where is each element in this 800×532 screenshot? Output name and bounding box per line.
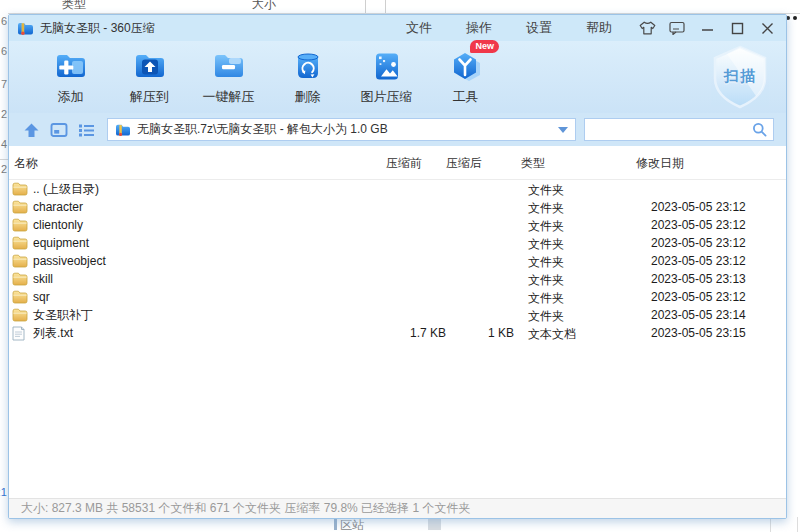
table-row[interactable]: sqr 文件夹 2023-05-05 23:12 bbox=[9, 288, 786, 306]
minimize-button[interactable] bbox=[698, 20, 716, 36]
table-row[interactable]: .. (上级目录) 文件夹 bbox=[9, 180, 786, 198]
modified-date: 2023-05-05 23:15 bbox=[651, 326, 746, 340]
archive-icon bbox=[115, 123, 131, 137]
close-button[interactable] bbox=[758, 20, 776, 36]
modified-date: 2023-05-05 23:12 bbox=[651, 218, 746, 232]
file-type: 文本文档 bbox=[528, 326, 576, 343]
file-name: equipment bbox=[33, 236, 89, 250]
title-bar[interactable]: 无脑女圣职 - 360压缩 文件 操作 设置 帮助 bbox=[9, 15, 786, 41]
background-number: 2 bbox=[1, 108, 7, 120]
360zip-window: 无脑女圣职 - 360压缩 文件 操作 设置 帮助 bbox=[8, 14, 787, 519]
text-file-icon bbox=[12, 326, 28, 340]
window-title: 无脑女圣职 - 360压缩 bbox=[40, 20, 155, 37]
feedback-icon[interactable] bbox=[668, 20, 686, 36]
menu-operation[interactable]: 操作 bbox=[466, 19, 492, 37]
file-name: skill bbox=[33, 272, 53, 286]
file-name: passiveobject bbox=[33, 254, 106, 268]
file-type: 文件夹 bbox=[528, 200, 564, 217]
size-before: 1.7 KB bbox=[366, 326, 446, 340]
background-divider bbox=[365, 0, 366, 13]
image-compress-label: 图片压缩 bbox=[361, 88, 413, 106]
menu-settings[interactable]: 设置 bbox=[526, 19, 552, 37]
background-window-left-strip: 6 6 7 2 4 2 :1 bbox=[0, 13, 8, 497]
file-type: 文件夹 bbox=[528, 182, 564, 199]
search-box bbox=[584, 118, 774, 141]
table-row[interactable]: clientonly 文件夹 2023-05-05 23:12 bbox=[9, 216, 786, 234]
file-type: 文件夹 bbox=[528, 290, 564, 307]
list-header: 名称 压缩前 压缩后 类型 修改日期 bbox=[9, 146, 786, 180]
background-divider bbox=[797, 517, 798, 532]
extract-to-icon bbox=[133, 51, 167, 81]
address-dropdown-icon[interactable] bbox=[558, 127, 568, 133]
file-name: 列表.txt bbox=[33, 325, 73, 342]
address-bar[interactable]: 无脑女圣职.7z\无脑女圣职 - 解包大小为 1.0 GB bbox=[107, 118, 576, 141]
column-header-name[interactable]: 名称 bbox=[14, 155, 38, 172]
image-compress-button[interactable]: 图片压缩 bbox=[347, 41, 426, 106]
status-bar: 大小: 827.3 MB 共 58531 个文件和 671 个文件夹 压缩率 7… bbox=[9, 498, 786, 518]
folder-icon bbox=[12, 182, 28, 196]
file-name: clientonly bbox=[33, 218, 83, 232]
add-label: 添加 bbox=[58, 88, 84, 106]
modified-date: 2023-05-05 23:14 bbox=[651, 308, 746, 322]
background-fragment: :1 bbox=[0, 486, 7, 497]
archive-icon bbox=[17, 21, 34, 36]
search-icon[interactable] bbox=[752, 122, 767, 137]
menu-help[interactable]: 帮助 bbox=[586, 19, 612, 37]
file-type: 文件夹 bbox=[528, 236, 564, 253]
column-header-type[interactable]: 类型 bbox=[521, 155, 545, 172]
background-number: 6 bbox=[1, 15, 7, 27]
skin-icon[interactable] bbox=[638, 20, 656, 36]
maximize-button[interactable] bbox=[728, 20, 746, 36]
add-button[interactable]: 添加 bbox=[31, 41, 110, 106]
background-fragment: 区站 bbox=[340, 517, 364, 532]
background-block bbox=[428, 518, 441, 530]
scan-label: 扫描 bbox=[711, 67, 769, 86]
modified-date: 2023-05-05 23:12 bbox=[651, 236, 746, 250]
background-divider bbox=[0, 159, 8, 160]
delete-button[interactable]: 删除 bbox=[268, 41, 347, 106]
search-input[interactable] bbox=[585, 121, 752, 138]
background-number: 6 bbox=[1, 45, 7, 57]
table-row[interactable]: 列表.txt 1.7 KB 1 KB 文本文档 2023-05-05 23:15 bbox=[9, 324, 786, 342]
list-view-icon[interactable] bbox=[78, 122, 95, 138]
background-divider bbox=[385, 0, 386, 13]
table-row[interactable]: 女圣职补丁 文件夹 2023-05-05 23:14 bbox=[9, 306, 786, 324]
tools-button[interactable]: New 工具 bbox=[426, 41, 505, 106]
table-row[interactable]: passiveobject 文件夹 2023-05-05 23:12 bbox=[9, 252, 786, 270]
extract-to-button[interactable]: 解压到 bbox=[110, 41, 189, 106]
folder-icon bbox=[12, 272, 28, 286]
file-type: 文件夹 bbox=[528, 308, 564, 325]
background-caret bbox=[334, 518, 337, 530]
file-name: .. (上级目录) bbox=[33, 181, 99, 198]
column-header-after[interactable]: 压缩后 bbox=[446, 155, 482, 172]
background-column-size: 大小 bbox=[252, 0, 276, 13]
folder-icon bbox=[12, 254, 28, 268]
table-row[interactable]: equipment 文件夹 2023-05-05 23:12 bbox=[9, 234, 786, 252]
folder-icon bbox=[12, 200, 28, 214]
background-window-top-strip: 类型 大小 bbox=[0, 0, 800, 14]
column-header-before[interactable]: 压缩前 bbox=[386, 155, 422, 172]
card-view-icon[interactable] bbox=[50, 122, 68, 138]
image-compress-icon bbox=[370, 51, 404, 81]
table-row[interactable]: skill 文件夹 2023-05-05 23:13 bbox=[9, 270, 786, 288]
up-icon[interactable] bbox=[23, 122, 40, 138]
modified-date: 2023-05-05 23:12 bbox=[651, 200, 746, 214]
folder-icon bbox=[12, 236, 28, 250]
column-header-date[interactable]: 修改日期 bbox=[636, 155, 684, 172]
scan-button[interactable]: 扫描 bbox=[711, 45, 769, 109]
one-click-extract-button[interactable]: 一键解压 bbox=[189, 41, 268, 106]
background-divider bbox=[770, 517, 771, 532]
tools-icon bbox=[449, 51, 483, 81]
tools-label: 工具 bbox=[453, 88, 479, 106]
table-row[interactable]: character 文件夹 2023-05-05 23:12 bbox=[9, 198, 786, 216]
modified-date: 2023-05-05 23:12 bbox=[651, 290, 746, 304]
navigation-bar: 无脑女圣职.7z\无脑女圣职 - 解包大小为 1.0 GB bbox=[9, 113, 786, 146]
menu-file[interactable]: 文件 bbox=[406, 19, 432, 37]
background-number: 7 bbox=[1, 78, 7, 90]
add-folder-icon bbox=[54, 51, 88, 81]
delete-icon bbox=[291, 51, 325, 81]
file-name: character bbox=[33, 200, 83, 214]
folder-icon bbox=[12, 308, 28, 322]
screen: 类型 大小 6 6 7 2 4 2 :1 区站 无脑女圣职 - 360压缩 bbox=[0, 0, 800, 532]
file-list-body: .. (上级目录) 文件夹 character bbox=[9, 180, 786, 498]
